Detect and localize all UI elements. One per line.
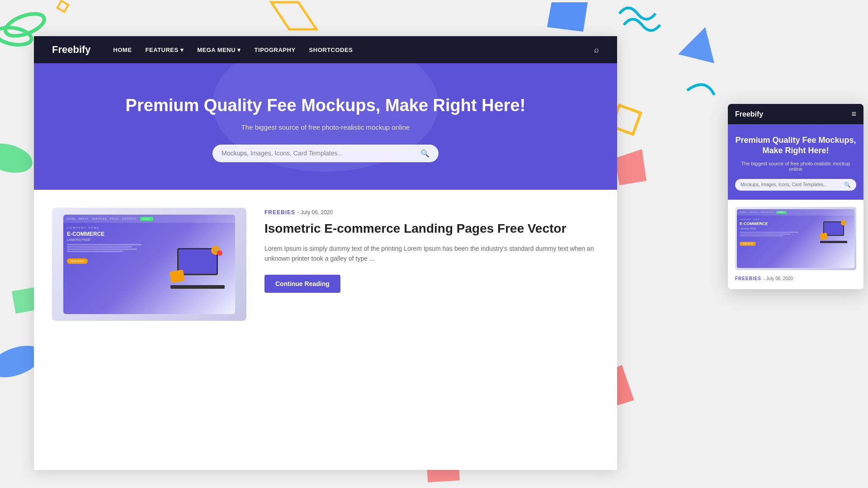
chevron-down-icon: ▾: [237, 47, 241, 53]
mockup-title: E-COMMERCE: [67, 231, 160, 237]
mobile-post-date: - July 06, 2020: [763, 276, 793, 281]
mobile-preview-panel: Freebify ≡ Premium Quality Fee Mockups, …: [728, 104, 863, 289]
svg-point-0: [3, 9, 47, 40]
mini-screen-inner: [824, 222, 843, 235]
mockup-right: 🛒: [164, 226, 231, 310]
mobile-mockup-left: COMPANY NAME E-COMMERCE LANDING PAGE REA…: [740, 218, 813, 246]
nav-typography[interactable]: TIPOGRAPHY: [255, 47, 296, 53]
nav-shortcodes[interactable]: SHORTCODES: [309, 47, 353, 53]
mini-base: [820, 241, 847, 243]
mobile-mockup-nav: HOME ABOUT SERVICES: [740, 211, 774, 213]
mobile-text-lines: [740, 232, 813, 236]
mobile-mockup-company: COMPANY NAME: [740, 218, 813, 221]
ecommerce-mockup: HOME ABOUT SERVICES PRICE CONTACT CONTAC…: [63, 215, 235, 314]
laptop-screen-inner: [179, 249, 217, 274]
navbar: Freebify HOME FEATURES ▾ MEGA MENU ▾ TIP…: [34, 36, 617, 63]
blog-card: HOME ABOUT SERVICES PRICE CONTACT CONTAC…: [52, 208, 599, 321]
mockup-company: COMPANY NAME: [67, 226, 160, 229]
svg-marker-3: [271, 2, 316, 29]
hero-subtitle: The biggest source of free photo-realist…: [241, 123, 410, 131]
site-logo[interactable]: Freebify: [52, 44, 91, 56]
mobile-hero-subtitle: The biggest source of free photo-realist…: [735, 161, 856, 172]
mobile-blog-image: HOME ABOUT SERVICES CONTACT COMPANY NAME…: [735, 207, 856, 270]
mockup-body: COMPANY NAME E-COMMERCE LANDING PAGE REA…: [63, 223, 235, 314]
mobile-hero-title: Premium Quality Fee Mockups, Make Right …: [735, 135, 856, 156]
mobile-mockup-right: 🛒: [816, 218, 852, 246]
svg-marker-4: [547, 2, 588, 32]
notification-badge: [217, 250, 222, 256]
mini-laptop-illustration: 🛒: [820, 221, 847, 243]
continue-reading-button[interactable]: Continue Reading: [264, 275, 340, 293]
mobile-logo: Freebify: [735, 110, 763, 118]
search-button[interactable]: 🔍: [420, 149, 429, 158]
mini-package-icon: [820, 232, 828, 240]
mobile-post-category[interactable]: FREEBIES: [735, 276, 761, 281]
mockup-text-lines: [67, 244, 160, 252]
mini-cart-icon: 🛒: [841, 220, 846, 225]
main-site: Freebify HOME FEATURES ▾ MEGA MENU ▾ TIP…: [34, 36, 617, 470]
search-icon[interactable]: ⌕: [594, 45, 599, 55]
blog-excerpt: Lorem Ipsum is simply dummy text of the …: [264, 244, 599, 264]
mobile-hero: Premium Quality Fee Mockups, Make Right …: [728, 124, 863, 200]
svg-marker-11: [615, 149, 646, 185]
nav-menu: HOME FEATURES ▾ MEGA MENU ▾ TIPOGRAPHY S…: [113, 47, 594, 53]
blog-meta: FREEBIES - July 06, 2020: [264, 208, 599, 216]
mockup-nav-items: HOME ABOUT SERVICES PRICE CONTACT: [67, 217, 137, 220]
mockup-btn: READ MORE: [67, 258, 88, 264]
mobile-mockup-title: E-COMMERCE: [740, 221, 813, 226]
laptop-base: [170, 285, 225, 289]
package-icon: [170, 270, 185, 283]
mockup-navbar: HOME ABOUT SERVICES PRICE CONTACT CONTAC…: [63, 215, 235, 223]
mockup-nav-btn: CONTACT: [140, 217, 153, 221]
nav-home[interactable]: HOME: [113, 47, 132, 53]
svg-rect-2: [57, 1, 69, 12]
hamburger-icon[interactable]: ≡: [851, 109, 856, 119]
content-area: HOME ABOUT SERVICES PRICE CONTACT CONTAC…: [34, 190, 617, 339]
hero-search-bar: 🔍: [212, 145, 439, 162]
nav-mega-menu[interactable]: MEGA MENU ▾: [197, 47, 241, 53]
hero-section: Premium Quality Fee Mockups, Make Right …: [34, 63, 617, 190]
mockup-left: COMPANY NAME E-COMMERCE LANDING PAGE REA…: [67, 226, 160, 310]
blog-featured-image: HOME ABOUT SERVICES PRICE CONTACT CONTAC…: [52, 208, 246, 321]
mobile-post-meta: FREEBIES - July 06, 2020: [735, 274, 856, 282]
mobile-mockup-btn: READ MORE: [740, 242, 756, 246]
mobile-search-button[interactable]: 🔍: [844, 182, 851, 188]
blog-text: FREEBIES - July 06, 2020 Isometric E-com…: [264, 208, 599, 321]
mobile-mockup-contact: CONTACT: [776, 211, 786, 214]
mobile-search-bar: 🔍: [735, 179, 856, 191]
blog-title: Isometric E-commerce Landing Pages Free …: [264, 221, 599, 236]
mockup-subtitle: LANDING PAGE: [67, 238, 160, 241]
mobile-mockup-subtitle: LANDING PAGE: [740, 227, 813, 230]
blog-date: - July 06, 2020: [297, 209, 333, 216]
mobile-search-input[interactable]: [741, 182, 841, 187]
hero-title: Premium Quality Fee Mockups, Make Right …: [126, 95, 526, 116]
mobile-content: HOME ABOUT SERVICES CONTACT COMPANY NAME…: [728, 200, 863, 289]
mobile-mockup-header: HOME ABOUT SERVICES CONTACT: [737, 209, 854, 216]
mobile-navbar: Freebify ≡: [728, 104, 863, 124]
mobile-ecom-mockup: HOME ABOUT SERVICES CONTACT COMPANY NAME…: [737, 209, 854, 268]
svg-point-5: [0, 139, 36, 178]
chevron-down-icon: ▾: [180, 47, 184, 53]
laptop-illustration: 🛒: [170, 248, 225, 289]
blog-category[interactable]: FREEBIES: [264, 209, 295, 216]
svg-point-1: [0, 25, 33, 47]
search-input[interactable]: [222, 150, 416, 157]
nav-features[interactable]: FEATURES ▾: [146, 47, 184, 53]
mobile-mockup-body: COMPANY NAME E-COMMERCE LANDING PAGE REA…: [737, 216, 854, 249]
